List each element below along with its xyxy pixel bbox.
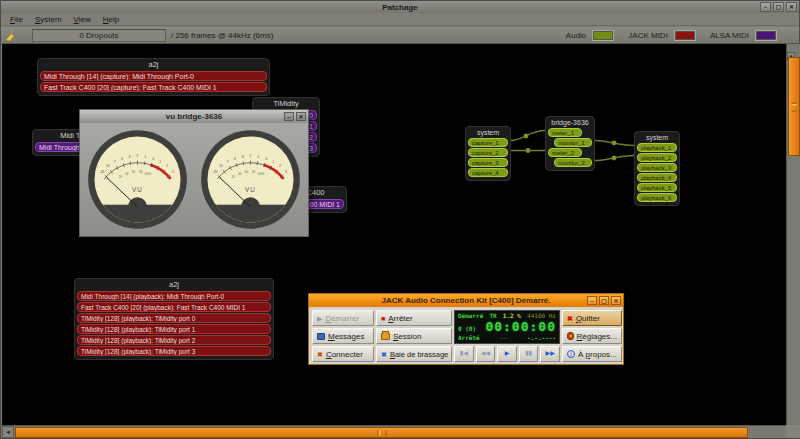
transport-controls: ▮◀ ◀◀ ▶ ▮▮ ▶▶ — [454, 346, 560, 362]
minimize-button[interactable]: – — [760, 2, 771, 12]
svg-text:-20: -20 — [100, 170, 105, 174]
port-type-legend: Audio JACK MIDI ALSA MIDI — [566, 30, 799, 41]
svg-text:1: 1 — [273, 160, 275, 164]
jackmidi-color-button[interactable] — [674, 30, 696, 41]
svg-text:2: 2 — [279, 164, 281, 168]
vertical-scrollbar[interactable]: ▲ — [786, 44, 800, 425]
horizontal-scrollbar[interactable]: ◄ — [2, 425, 786, 438]
port[interactable]: playback_3 — [637, 163, 677, 172]
forward-button[interactable]: ▶▶ — [540, 346, 560, 362]
port[interactable]: playback_4 — [637, 173, 677, 182]
port[interactable]: playback_5 — [637, 183, 677, 192]
node-system-capture[interactable]: system capture_1 capture_2 capture_3 cap… — [465, 126, 511, 181]
node-title[interactable]: system — [637, 133, 677, 142]
svg-text:1: 1 — [258, 155, 260, 159]
port[interactable]: Midi Through [14] (playback): Midi Throu… — [77, 291, 271, 301]
minimize-button[interactable]: – — [284, 112, 294, 121]
horizontal-scroll-thumb[interactable] — [15, 427, 748, 438]
vu-meter-right: -20 10 7 5 3 2 1 0 1 2 3 20 40 60 80 — [198, 127, 303, 232]
buffer-info: / 256 frames @ 44kHz (6ms) — [171, 31, 273, 40]
messages-button[interactable]: Messages — [312, 328, 374, 344]
svg-text:3: 3 — [285, 170, 287, 174]
port[interactable]: Fast Track C400 [20] (capture): Fast Tra… — [40, 82, 267, 92]
port[interactable]: playback_2 — [637, 153, 677, 162]
setup-button[interactable]: Réglages... — [562, 328, 622, 344]
audio-color-button[interactable] — [592, 30, 614, 41]
start-button[interactable]: ▶ Démarrer — [312, 310, 374, 326]
about-button[interactable]: i À propos... — [562, 346, 622, 362]
patchbay-icon: ✖ — [381, 351, 387, 358]
port[interactable]: meter_2 — [548, 148, 582, 157]
port[interactable]: capture_2 — [468, 148, 508, 157]
port[interactable]: capture_3 — [468, 158, 508, 167]
titlebar[interactable]: Patchage – ▢ ✕ — [1, 1, 799, 13]
svg-text:5: 5 — [234, 157, 236, 161]
port[interactable]: monitor_1 — [554, 138, 592, 147]
port[interactable]: monitor_2 — [554, 158, 592, 167]
dropouts-button[interactable]: 0 Dropouts — [32, 29, 166, 42]
maximize-button[interactable]: ▢ — [599, 296, 609, 305]
skip-back-button[interactable]: ▮◀ — [454, 346, 474, 362]
svg-text:5: 5 — [121, 157, 123, 161]
node-title[interactable]: bridge-3636 — [548, 118, 592, 127]
clean-dropouts-icon[interactable] — [5, 29, 16, 41]
node-title[interactable]: system — [468, 128, 508, 137]
pause-button[interactable]: ▮▮ — [519, 346, 539, 362]
play-button[interactable]: ▶ — [497, 346, 517, 362]
transport-time: -.-.---- — [527, 334, 556, 341]
vu-titlebar[interactable]: vu bridge-3636 – ✕ — [80, 110, 308, 123]
quit-button[interactable]: ✖ Quitter — [562, 310, 622, 326]
port[interactable]: playback_6 — [637, 193, 677, 202]
qjackctl-titlebar[interactable]: JACK Audio Connection Kit [C400] Démarré… — [309, 294, 623, 307]
node-a2j-capture[interactable]: a2j Midi Through [14] (capture): Midi Th… — [37, 58, 270, 96]
svg-text:10: 10 — [219, 164, 223, 168]
port[interactable]: capture_4 — [468, 168, 508, 177]
port[interactable]: TiMidity [128] (playback): TiMidity port… — [77, 324, 271, 334]
svg-text:100%: 100% — [257, 172, 265, 176]
port[interactable]: capture_1 — [468, 138, 508, 147]
port[interactable]: meter_1 — [548, 128, 582, 137]
svg-text:2: 2 — [137, 154, 139, 158]
menu-help[interactable]: Help — [97, 15, 125, 24]
menu-view[interactable]: View — [68, 15, 97, 24]
alsamidi-color-button[interactable] — [755, 30, 777, 41]
node-system-playback[interactable]: system playback_1 playback_2 playback_3 … — [634, 131, 680, 206]
menubar: File System View Help — [1, 13, 799, 26]
stop-button[interactable]: ■ Arrêter — [376, 310, 452, 326]
patchbay-button[interactable]: ✖ Baie de brassage — [376, 346, 452, 362]
scroll-left-icon[interactable]: ◄ — [2, 426, 14, 438]
menu-system[interactable]: System — [29, 15, 68, 24]
node-a2j-playback[interactable]: a2j Midi Through [14] (playback): Midi T… — [74, 278, 274, 360]
about-info-icon: i — [567, 350, 575, 358]
window-title: Patchage — [382, 3, 418, 12]
vertical-scroll-thumb[interactable] — [788, 57, 800, 156]
legend-alsamidi-label: ALSA MIDI — [710, 31, 749, 40]
close-button[interactable]: ✕ — [296, 112, 306, 121]
minimize-button[interactable]: – — [587, 296, 597, 305]
node-title[interactable]: TiMidity — [255, 99, 317, 109]
svg-text:40: 40 — [125, 172, 129, 176]
svg-text:2: 2 — [250, 154, 252, 158]
port[interactable]: Midi Through [14] (capture): Midi Throug… — [40, 71, 267, 81]
maximize-button[interactable]: ▢ — [773, 2, 784, 12]
wire-handle — [612, 156, 617, 161]
node-title[interactable]: a2j — [40, 60, 267, 70]
svg-text:20: 20 — [232, 175, 236, 179]
dsp-load: 1.2 % — [503, 312, 521, 319]
port[interactable]: playback_1 — [637, 143, 677, 152]
menu-file[interactable]: File — [4, 15, 29, 24]
rewind-button[interactable]: ◀◀ — [476, 346, 496, 362]
vu-meter-left: -20 10 7 5 3 2 1 0 1 2 3 20 40 60 80 — [85, 127, 190, 232]
port[interactable]: Fast Track C400 [20] (playback): Fast Tr… — [77, 302, 271, 312]
port[interactable]: TiMidity [128] (playback): TiMidity port… — [77, 335, 271, 345]
svg-text:3: 3 — [172, 170, 174, 174]
session-button[interactable]: Session — [376, 328, 452, 344]
close-button[interactable]: ✕ — [786, 2, 797, 12]
node-title[interactable]: a2j — [77, 280, 271, 290]
port[interactable]: TiMidity [128] (playback): TiMidity port… — [77, 346, 271, 356]
connect-button[interactable]: ✖ Connecter — [312, 346, 374, 362]
svg-text:1: 1 — [160, 160, 162, 164]
port[interactable]: TiMidity [128] (playback): TiMidity port… — [77, 313, 271, 323]
node-bridge-3636[interactable]: bridge-3636 meter_1 monitor_1 meter_2 mo… — [545, 116, 595, 171]
close-button[interactable]: ✕ — [611, 296, 621, 305]
